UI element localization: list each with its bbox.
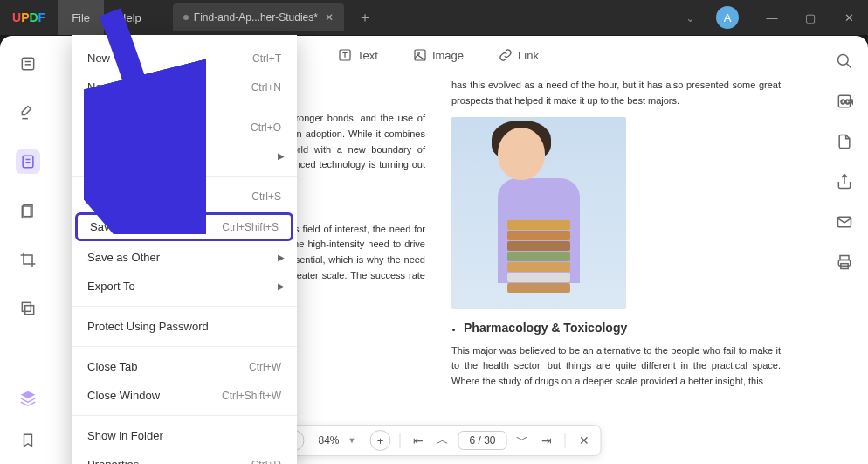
zoom-in-button[interactable]: + [369, 430, 390, 451]
text-tool[interactable]: Text [338, 48, 378, 62]
document-image [451, 117, 626, 309]
tab-title: Find-and-Ap...her-Studies* [194, 11, 318, 24]
close-window-button[interactable]: ✕ [830, 0, 868, 35]
minimize-button[interactable]: — [753, 0, 791, 35]
share-icon[interactable] [835, 172, 854, 191]
menu-close-tab[interactable]: Close TabCtrl+W [72, 352, 297, 381]
menu-save-other[interactable]: Save as Other▶ [72, 243, 297, 272]
avatar[interactable]: A [716, 6, 739, 29]
next-page-icon[interactable]: ﹀ [513, 433, 532, 448]
right-sidebar: OCR [821, 36, 868, 464]
add-tab-button[interactable]: ＋ [358, 9, 372, 27]
file-icon[interactable] [835, 132, 854, 151]
svg-point-11 [838, 55, 849, 66]
page-indicator[interactable]: 6 / 30 [458, 431, 506, 450]
page-control-bar: − 84%▼ + ⇤ ︿ 6 / 30 ﹀ ⇥ ✕ [275, 425, 601, 456]
menu-file[interactable]: File [58, 0, 104, 35]
menu-open-recent[interactable]: Open Recent▶ [72, 142, 297, 170]
document-tab[interactable]: Find-and-Ap...her-Studies* ✕ [173, 3, 344, 31]
crop-icon[interactable] [16, 247, 40, 272]
link-tool[interactable]: Link [499, 48, 539, 62]
heading: Pharmacology & Toxicology [464, 318, 781, 337]
svg-text:OCR: OCR [841, 99, 853, 105]
svg-rect-7 [25, 306, 34, 315]
print-icon[interactable] [835, 253, 854, 272]
tab-dirty-indicator [183, 15, 189, 20]
menu-new-tab[interactable]: New TabCtrl+T [72, 44, 297, 73]
menu-save[interactable]: SaveCtrl+S [72, 182, 297, 211]
body-text: has this evolved as a need of the hour, … [451, 78, 781, 108]
svg-point-10 [417, 52, 420, 55]
svg-rect-3 [23, 156, 33, 167]
svg-rect-6 [22, 302, 31, 311]
layers-icon[interactable] [16, 386, 40, 411]
prev-page-icon[interactable]: ︿ [433, 433, 452, 448]
maximize-button[interactable]: ▢ [791, 0, 830, 35]
app-logo: UPDF [12, 10, 45, 24]
close-bar-icon[interactable]: ✕ [575, 433, 594, 447]
search-icon[interactable] [835, 52, 854, 71]
close-icon[interactable]: ✕ [325, 11, 334, 24]
copy-icon[interactable] [16, 296, 40, 321]
menu-new-window[interactable]: New WindowCtrl+N [72, 73, 297, 101]
menu-close-window[interactable]: Close WindowCtrl+Shift+W [72, 381, 297, 410]
chevron-down-icon[interactable]: ⌄ [685, 11, 695, 24]
menu-help[interactable]: Help [104, 0, 155, 35]
reader-icon[interactable] [16, 52, 40, 76]
menu-export[interactable]: Export To▶ [72, 272, 297, 301]
menu-show-folder[interactable]: Show in Folder [72, 421, 297, 450]
bookmark-icon[interactable] [16, 428, 40, 453]
zoom-level[interactable]: 84%▼ [309, 434, 364, 447]
last-page-icon[interactable]: ⇥ [537, 433, 556, 447]
svg-rect-0 [22, 58, 33, 69]
ocr-icon[interactable]: OCR [835, 92, 854, 111]
file-menu-dropdown: New TabCtrl+T New WindowCtrl+N Open...Ct… [72, 35, 297, 464]
menu-open[interactable]: Open...Ctrl+O [72, 113, 297, 142]
page-tools-icon[interactable] [16, 198, 40, 223]
edit-icon[interactable] [16, 149, 40, 174]
left-sidebar [0, 36, 56, 464]
image-tool[interactable]: Image [413, 48, 464, 62]
menu-protect[interactable]: Protect Using Password [72, 312, 297, 341]
mail-icon[interactable] [835, 212, 854, 232]
highlighter-icon[interactable] [16, 100, 40, 125]
menu-properties[interactable]: Properties...Ctrl+D [72, 450, 297, 464]
menu-save-as[interactable]: Save As...Ctrl+Shift+S [75, 212, 293, 241]
body-text: This major was believed to be an alterna… [451, 343, 781, 390]
first-page-icon[interactable]: ⇤ [409, 433, 428, 447]
